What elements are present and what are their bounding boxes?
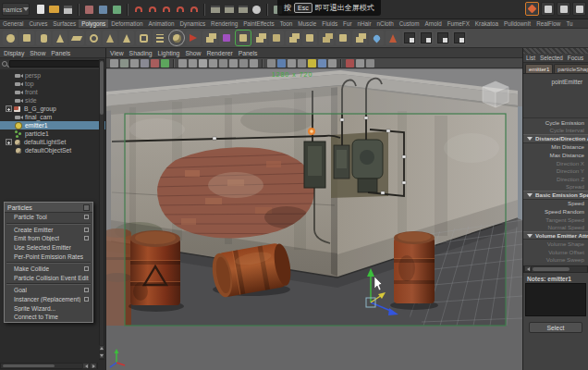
viewport-menu-lighting[interactable]: Lighting	[158, 50, 180, 56]
channel-box-toggle[interactable]	[572, 2, 586, 16]
poly-cylinder-icon[interactable]	[36, 31, 51, 45]
new-scene-icon[interactable]	[33, 3, 47, 17]
frame-all-icon[interactable]	[239, 59, 248, 68]
select-by-object-icon[interactable]	[96, 3, 110, 17]
poly-soccer-ball-icon[interactable]	[169, 31, 184, 45]
scrollbar-thumb[interactable]	[533, 267, 570, 271]
menu-set-dropdown[interactable]: Dynamics	[2, 3, 30, 16]
poly-cube-icon[interactable]	[19, 31, 34, 45]
shelf-tab-curves[interactable]: Curves	[26, 19, 50, 28]
menu-item-per-point-emission-rates[interactable]: Per-Point Emission Rates	[5, 252, 92, 261]
section-header-basic-emission-speed-attributes[interactable]: Basic Emission Speed Attributes	[523, 191, 588, 199]
select-camera-icon[interactable]	[110, 59, 118, 68]
poly-helix-icon[interactable]	[153, 31, 167, 45]
shelf-tab-fur[interactable]: Fur	[340, 19, 354, 28]
outliner-item-side[interactable]: side	[0, 96, 105, 105]
ae-menu-selected[interactable]: Selected	[540, 55, 563, 61]
film-gate-icon[interactable]	[189, 59, 197, 68]
shelf-tab-nhair[interactable]: nHair	[355, 19, 374, 28]
use-default-material-icon[interactable]	[298, 59, 306, 68]
scroll-left-button[interactable]	[524, 265, 532, 272]
shelf-tab-krakatoa[interactable]: Krakatoa	[472, 19, 501, 28]
shelf-tab-muscle[interactable]: Muscle	[295, 19, 319, 28]
outliner-item-particle1[interactable]: particle1	[0, 130, 105, 138]
poly-torus-icon[interactable]	[86, 31, 101, 45]
lock-camera-icon[interactable]	[120, 59, 129, 68]
outliner-item-defaultObjectSet[interactable]: defaultObjectSet	[0, 146, 105, 154]
outliner-item-top[interactable]: top	[0, 80, 105, 88]
checker-map-icon[interactable]	[452, 31, 467, 45]
scroll-up-button[interactable]	[99, 345, 104, 352]
option-box-icon[interactable]	[84, 236, 89, 240]
option-box-icon[interactable]	[84, 228, 89, 232]
shelf-tab-realflow[interactable]: RealFlow	[533, 19, 563, 28]
render-view-icon[interactable]	[208, 3, 222, 17]
menu-item-goal[interactable]: Goal	[5, 286, 92, 295]
xray-icon[interactable]	[356, 59, 364, 68]
select-by-hierarchy-icon[interactable]	[82, 3, 96, 17]
safe-title-icon[interactable]	[229, 59, 238, 68]
grid-icon[interactable]	[178, 59, 187, 68]
shelf-tab-surfaces[interactable]: Surfaces	[50, 19, 79, 28]
option-box-icon[interactable]	[84, 215, 89, 219]
snap-to-point-icon[interactable]	[159, 3, 173, 17]
screen-ao-icon[interactable]	[328, 59, 337, 68]
lights-icon[interactable]	[308, 59, 316, 68]
poly-prism-icon[interactable]	[103, 31, 117, 45]
render-current-frame-icon[interactable]	[222, 3, 236, 17]
isolate-select-icon[interactable]	[346, 59, 354, 68]
tool-settings-toggle[interactable]	[557, 2, 570, 16]
outliner-hscrollbar[interactable]	[0, 363, 98, 369]
viewport-menu-renderer[interactable]: Renderer	[206, 50, 232, 56]
scrollbar-thumb[interactable]	[100, 61, 104, 115]
extrude-icon[interactable]	[252, 31, 267, 45]
viewport-menu-panels[interactable]: Panels	[239, 50, 258, 56]
paint-effects-grass-icon[interactable]	[419, 31, 434, 45]
viewport-menu-view[interactable]: View	[110, 50, 124, 56]
scroll-down-button[interactable]	[99, 352, 104, 359]
menu-item-emit-from-object[interactable]: Emit from Object	[5, 234, 92, 243]
shelf-tab-painteffects[interactable]: PaintEffects	[240, 19, 277, 28]
split-icon[interactable]	[319, 31, 334, 45]
outliner-item-final_cam[interactable]: final_cam	[0, 113, 105, 121]
emitter-glow[interactable]	[308, 128, 315, 135]
poly-pyramid-icon[interactable]	[119, 31, 134, 45]
paint-effects-tree-icon[interactable]	[402, 31, 417, 45]
select-button[interactable]: Select	[529, 322, 582, 333]
merge-icon[interactable]	[302, 31, 317, 45]
tearoff-icon[interactable]	[83, 204, 90, 211]
section-header-volume-emitter-attributes[interactable]: Volume Emitter Attributes	[523, 231, 588, 240]
quad-draw-icon[interactable]	[369, 31, 384, 45]
scroll-left-button[interactable]	[82, 363, 90, 369]
curve-warp-icon[interactable]	[186, 31, 201, 45]
shelf-tab-fumefx[interactable]: FumeFX	[445, 19, 472, 28]
save-scene-icon[interactable]	[61, 3, 75, 17]
select-by-component-icon[interactable]	[110, 3, 124, 17]
attribute-editor-hscrollbar[interactable]	[523, 265, 588, 273]
shelf-tab-animation[interactable]: Animation	[145, 19, 177, 28]
shelf-tab-toon[interactable]: Toon	[277, 19, 296, 28]
camera-attributes-icon[interactable]	[130, 59, 139, 68]
shelf-tab-dynamics[interactable]: Dynamics	[177, 19, 208, 28]
ae-menu-focus[interactable]: Focus	[568, 55, 583, 61]
menu-item-particle-collision-event-editor[interactable]: Particle Collision Event Editor	[5, 274, 92, 283]
menu-item-particle-tool[interactable]: Particle Tool	[5, 213, 92, 222]
menu-item-connect-to-time[interactable]: Connect to Time	[5, 313, 92, 322]
menu-item-make-collide[interactable]: Make Collide	[5, 265, 92, 274]
shelf-tab-polygons[interactable]: Polygons	[79, 19, 108, 28]
menu-item-use-selected-emitter[interactable]: Use Selected Emitter	[5, 243, 92, 253]
outliner-vscrollbar[interactable]	[99, 59, 104, 360]
notes-field[interactable]	[525, 283, 586, 316]
shadows-icon[interactable]	[318, 59, 326, 68]
wireframe-icon[interactable]	[267, 59, 276, 68]
modeling-toolkit-toggle[interactable]	[525, 2, 539, 16]
subdiv-cube-icon[interactable]	[219, 31, 234, 45]
snap-to-grid-icon[interactable]	[131, 3, 145, 17]
outliner-item-front[interactable]: front	[0, 88, 105, 96]
outliner-item-defaultLightSet[interactable]: defaultLightSet	[0, 138, 105, 146]
make-live-icon[interactable]	[187, 3, 201, 17]
shelf-tab-tu[interactable]: Tu	[563, 19, 575, 28]
shelf-tab-pulldownit[interactable]: PulldownIt	[501, 19, 533, 28]
outliner-menu-show[interactable]: Show	[30, 50, 45, 56]
ae-tab-particleShape1[interactable]: particleShape1	[554, 64, 588, 73]
